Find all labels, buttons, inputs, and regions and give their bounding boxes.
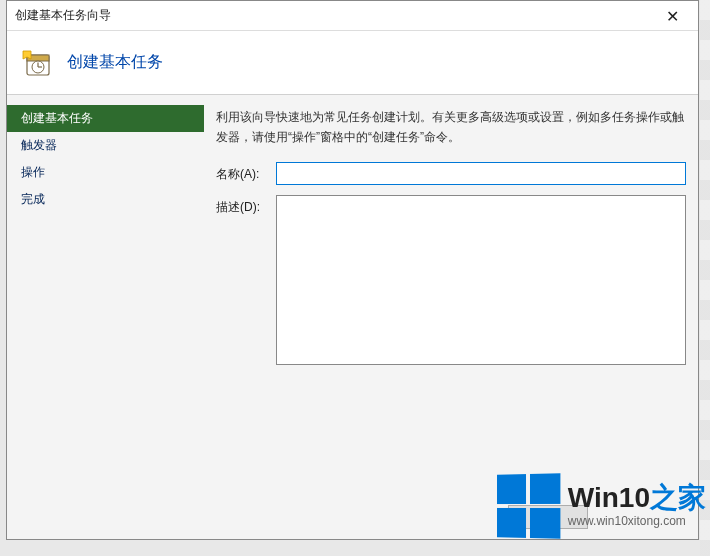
step-finish[interactable]: 完成 (7, 186, 204, 213)
name-input[interactable] (276, 162, 686, 185)
step-trigger[interactable]: 触发器 (7, 132, 204, 159)
wizard-header: 创建基本任务 (7, 31, 698, 95)
window-title: 创建基本任务向导 (15, 7, 111, 24)
wizard-dialog: 创建基本任务向导 ✕ 创建基本任务 创建基本任务 触发器 操作 完成 利用该向导… (6, 0, 699, 540)
titlebar: 创建基本任务向导 ✕ (7, 1, 698, 31)
wizard-body: 创建基本任务 触发器 操作 完成 利用该向导快速地为常见任务创建计划。有关更多高… (7, 95, 698, 539)
back-button: < 上 (508, 505, 588, 529)
name-row: 名称(A): (216, 162, 686, 185)
wizard-description: 利用该向导快速地为常见任务创建计划。有关更多高级选项或设置，例如多任务操作或触发… (216, 107, 686, 148)
description-row: 描述(D): (216, 195, 686, 365)
step-action[interactable]: 操作 (7, 159, 204, 186)
name-label: 名称(A): (216, 162, 276, 183)
step-sidebar: 创建基本任务 触发器 操作 完成 (7, 95, 204, 539)
description-label: 描述(D): (216, 195, 276, 216)
wizard-title: 创建基本任务 (67, 52, 163, 73)
step-create-basic-task[interactable]: 创建基本任务 (7, 105, 204, 132)
wizard-content: 利用该向导快速地为常见任务创建计划。有关更多高级选项或设置，例如多任务操作或触发… (204, 95, 698, 539)
close-icon: ✕ (666, 7, 679, 26)
task-scheduler-icon (21, 47, 53, 79)
close-button[interactable]: ✕ (652, 5, 692, 27)
description-input[interactable] (276, 195, 686, 365)
